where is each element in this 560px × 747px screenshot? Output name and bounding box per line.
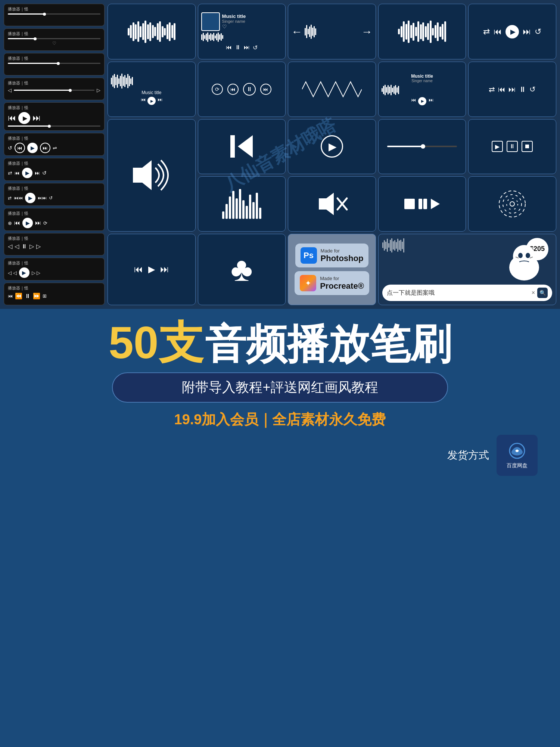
play-btn-8[interactable]: ▶: [25, 193, 35, 203]
character: [500, 238, 548, 286]
grid-volume-muted: [288, 176, 376, 231]
music-singer: Singer name: [222, 19, 246, 24]
player-title-7: 播放器｜怪: [8, 161, 100, 166]
grid-skip-play-skip[interactable]: ⏮ ▶ ⏭: [108, 234, 196, 305]
next-btn-6[interactable]: ⏭: [40, 143, 50, 153]
play-controls-12[interactable]: ⏮ ⏪ ⏸ ⏩ ⊞: [8, 292, 100, 300]
photoshop-badge: Ps Made for Photoshop: [295, 244, 369, 267]
player-strip-9: 播放器｜怪 ⊗ ⏮ ▶ ⏭ ⟳: [4, 208, 105, 231]
ps-icon: Ps: [301, 247, 317, 264]
ps-badge-text: Made for Photoshop: [321, 248, 364, 263]
grid-transport-controls[interactable]: ⇄ ⏮ ▶ ⏭ ↺: [468, 4, 556, 59]
player-strip-3: 播放器｜怪: [4, 53, 105, 75]
player-title-12: 播放器｜怪: [8, 285, 100, 291]
play-controls-7[interactable]: ⇄ ⏮ ▶ ⏭ ↺: [8, 168, 100, 178]
svg-point-8: [510, 202, 514, 206]
ps-made-for: Made for: [321, 248, 364, 254]
play-controls-10[interactable]: ◁ ◁ ⏸ ▷ ▷: [8, 243, 100, 250]
player-strip-2: 播放器｜怪 ♡: [4, 28, 105, 51]
player-title-8: 播放器｜怪: [8, 186, 100, 191]
svg-point-13: [526, 253, 530, 258]
music-title: Music title: [222, 13, 246, 19]
procreate-badge-text: Made for Procreate®: [320, 276, 364, 291]
player-strip-4: 播放器｜怪 ◁ ▷: [4, 78, 105, 100]
grid-skip-arrow[interactable]: [198, 119, 286, 174]
player-strip-8: 播放器｜怪 ⇄ ⏮⏮ ▶ ⏭⏭ ↺: [4, 183, 105, 206]
player-strip-7: 播放器｜怪 ⇄ ⏮ ▶ ⏭ ↺: [4, 158, 105, 181]
grid-transport-2[interactable]: ▶ ⏸ ⏹: [468, 119, 556, 174]
grid-club-symbol: ♣: [198, 234, 286, 305]
player-title-10: 播放器｜怪: [8, 236, 100, 241]
player-title-3: 播放器｜怪: [8, 56, 100, 61]
search-button[interactable]: 🔍: [537, 288, 548, 298]
svg-marker-2: [319, 193, 334, 215]
grid-sine-wave: [288, 62, 376, 117]
procreate-badge: ✦ Made for Procreate®: [295, 271, 369, 295]
grid-player-wave: Music title ⏮ ▶ ⏭: [108, 62, 196, 117]
grid-stop-pause-play[interactable]: [378, 176, 466, 231]
svg-point-11: [513, 245, 535, 267]
bottom-promo: 50支 音频播放笔刷 附带导入教程+評送网红画风教程 19.9加入会员｜全店素材…: [0, 309, 560, 491]
player-strip-10: 播放器｜怪 ◁ ◁ ⏸ ▷ ▷: [4, 233, 105, 255]
delivery-platform-icon: 百度网盘: [497, 435, 538, 476]
player-title-9: 播放器｜怪: [8, 211, 100, 216]
progress-bar-3[interactable]: [8, 63, 100, 64]
grid-volume-up-large: [108, 119, 196, 232]
player-strips-column: 播放器｜怪 播放器｜怪 ♡ 播放器｜怪: [4, 4, 105, 305]
grid-waveform-1: [108, 4, 196, 59]
player-title-5: 播放器｜怪: [8, 105, 100, 111]
player-title-1: 播放器｜怪: [8, 6, 100, 12]
delivery-platform-text: 百度网盘: [507, 462, 528, 469]
player-title-6: 播放器｜怪: [8, 136, 100, 141]
grid-waveform-2: [378, 4, 466, 59]
play-controls-11[interactable]: ◁ ◁ ▶ ▷ ▷: [8, 267, 100, 278]
play-btn-9[interactable]: ▶: [22, 218, 33, 228]
main-title-text: 音频播放笔刷: [205, 321, 451, 367]
play-btn-11[interactable]: ▶: [19, 267, 29, 278]
svg-marker-0: [238, 135, 253, 158]
progress-bar-2[interactable]: [8, 38, 100, 39]
grid-progress-only[interactable]: [378, 119, 466, 174]
grid-arrow-wave: ← →: [288, 4, 376, 59]
svg-point-7: [507, 198, 518, 210]
play-controls-9[interactable]: ⊗ ⏮ ▶ ⏭ ⟳: [8, 218, 100, 228]
grid-character-search: $205: [378, 234, 556, 305]
play-controls-8[interactable]: ⇄ ⏮⏮ ▶ ⏭⏭ ↺: [8, 193, 100, 203]
main-title-section: 50支 音频播放笔刷: [22, 320, 538, 365]
grid-badges: Ps Made for Photoshop ✦ Made for Procrea…: [288, 234, 376, 305]
svg-marker-9: [133, 160, 152, 190]
main-title-num: 50支: [109, 317, 203, 368]
play-btn-6[interactable]: ▶: [27, 143, 38, 153]
delivery-label: 发货方式: [447, 448, 489, 462]
player-strip-6: 播放器｜怪 ↺ ⏮ ▶ ⏭ ⇌: [4, 133, 105, 156]
volume-bar[interactable]: [14, 90, 94, 91]
play-btn-7[interactable]: ▶: [22, 168, 32, 178]
player-strip-1: 播放器｜怪: [4, 4, 105, 26]
player-strip-12: 播放器｜怪 ⏮ ⏪ ⏸ ⏩ ⊞: [4, 283, 105, 305]
subtitle-bar: 附带导入教程+評送网红画风教程: [112, 372, 448, 403]
search-bar[interactable]: 点一下就是图案哦 × 🔍: [382, 285, 552, 301]
ps-name: Photoshop: [321, 254, 364, 263]
music-card-2-controls[interactable]: ⏮ ▶ ⏭: [411, 97, 433, 105]
play-controls-5[interactable]: ⏮ ▶ ⏭: [8, 112, 100, 124]
player-wave-controls[interactable]: ⏮ ▶ ⏭: [141, 97, 162, 105]
prev-btn-6[interactable]: ⏮: [15, 143, 25, 153]
player-strip-5: 播放器｜怪 ⏮ ▶ ⏭: [4, 102, 105, 131]
svg-point-6: [503, 195, 522, 213]
player-strip-11: 播放器｜怪 ◁ ◁ ▶ ▷ ▷: [4, 258, 105, 280]
grid-circle-controls[interactable]: ⟳ ⏮ ⏸ ⏭: [198, 62, 286, 117]
procreate-icon: ✦: [300, 275, 316, 291]
price-text: 19.9加入会员｜全店素材永久免费: [22, 410, 538, 429]
progress-bar-5[interactable]: [8, 125, 100, 127]
grid-music-card: Music title Singer name ♡: [198, 4, 286, 59]
progress-bar-1[interactable]: [8, 13, 100, 15]
music-card-controls[interactable]: ⏮⏸⏭↺: [226, 44, 258, 51]
delivery-section: 发货方式 百度网盘: [22, 435, 538, 476]
play-controls-6[interactable]: ↺ ⏮ ▶ ⏭ ⇌: [8, 143, 100, 153]
player-title-2: 播放器｜怪: [8, 31, 100, 37]
grid-spiral: [468, 176, 556, 231]
grid-controls-row-2[interactable]: ⇄ ⏮ ⏭ ⏸ ↺: [468, 62, 556, 117]
svg-point-12: [518, 253, 523, 258]
grid-play-circle[interactable]: ▶: [288, 119, 376, 174]
grid-waveform-large: [198, 176, 286, 231]
